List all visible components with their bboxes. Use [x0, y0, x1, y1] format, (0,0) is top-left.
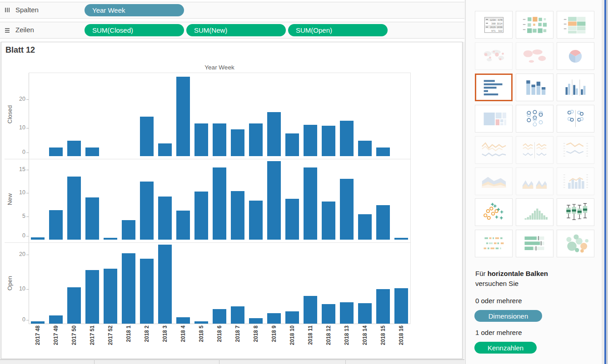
bar-open-2018-12[interactable]: [322, 304, 335, 324]
bar-open-2018-2[interactable]: [140, 259, 154, 324]
bar-new-2018-5[interactable]: [194, 192, 208, 240]
pill-year-week[interactable]: Year Week: [85, 4, 184, 16]
bar-open-2018-11[interactable]: [304, 296, 317, 324]
showme-heat-map[interactable]: [516, 11, 553, 39]
bar-new-2018-15[interactable]: [376, 205, 390, 240]
showme-box-and-whisker[interactable]: [557, 198, 594, 226]
x-axis-label: 2017 48: [35, 325, 41, 356]
row-header-closed[interactable]: Closed: [6, 87, 14, 142]
showme-pie-chart[interactable]: [557, 42, 594, 70]
bar-closed-2018-8[interactable]: [249, 123, 263, 156]
bar-open-2018-9[interactable]: [267, 313, 281, 324]
bar-open-2018-16[interactable]: [394, 288, 408, 324]
bar-closed-2018-7[interactable]: [231, 129, 244, 156]
bar-new-2018-8[interactable]: [249, 201, 263, 240]
bar-open-2018-4[interactable]: [176, 317, 190, 324]
showme-bullet-graph[interactable]: [516, 230, 553, 257]
bar-closed-2018-12[interactable]: [322, 126, 335, 156]
bar-open-2018-1[interactable]: [122, 253, 135, 324]
bar-new-2018-1[interactable]: [122, 220, 135, 240]
bar-new-2018-2[interactable]: [140, 182, 154, 240]
pill-sum-new[interactable]: SUM(New): [186, 24, 286, 36]
bar-new-2018-12[interactable]: [322, 202, 335, 240]
showme-area-continuous[interactable]: [475, 167, 513, 195]
bar-open-2018-7[interactable]: [231, 306, 244, 324]
bar-new-2017-49[interactable]: [49, 210, 63, 240]
bar-closed-2018-15[interactable]: [376, 148, 390, 156]
showme-packed-bubbles[interactable]: [557, 230, 594, 257]
bar-new-2018-13[interactable]: [340, 179, 354, 240]
showme-side-by-side-bars[interactable]: [557, 74, 594, 101]
bar-new-2018-9[interactable]: [267, 161, 281, 240]
bar-new-2017-48[interactable]: [31, 237, 45, 240]
bar-open-2017-50[interactable]: [67, 287, 81, 324]
bar-new-2018-10[interactable]: [285, 199, 299, 240]
showme-stacked-bars[interactable]: [516, 74, 553, 101]
showme-lines-discrete[interactable]: [516, 136, 553, 164]
showme-side-by-side-circles[interactable]: [557, 105, 594, 133]
showme-symbol-map[interactable]: [475, 42, 513, 70]
bar-closed-2018-13[interactable]: [340, 121, 354, 156]
bar-new-2018-3[interactable]: [158, 197, 172, 240]
bar-new-2017-52[interactable]: [104, 238, 117, 240]
bar-closed-2018-3[interactable]: [158, 143, 172, 156]
bar-open-2018-10[interactable]: [285, 311, 299, 324]
bar-closed-2018-5[interactable]: [194, 123, 208, 156]
showme-gantt[interactable]: [475, 230, 513, 257]
bar-open-2018-8[interactable]: [249, 318, 263, 324]
bar-open-2017-48[interactable]: [31, 321, 45, 324]
x-axis-label: 2018 8: [253, 325, 259, 356]
bar-closed-2018-6[interactable]: [213, 123, 226, 156]
showme-scatter-plot[interactable]: [475, 198, 513, 226]
showme-histogram[interactable]: [516, 198, 553, 226]
bar-new-2018-14[interactable]: [358, 214, 372, 240]
columns-shelf[interactable]: Spalten Year Week: [0, 2, 464, 19]
bar-new-2017-51[interactable]: [85, 197, 99, 240]
bar-new-2018-16[interactable]: [394, 238, 408, 240]
showme-lines-continuous[interactable]: [475, 136, 513, 164]
bar-open-2018-5[interactable]: [194, 321, 208, 324]
bar-new-2018-11[interactable]: [304, 167, 317, 240]
showme-filled-map[interactable]: [516, 42, 553, 70]
showme-text-table[interactable]: 1234678 3683014 26292658 971322: [475, 11, 513, 39]
bar-open-2018-13[interactable]: [340, 302, 354, 324]
showme-dual-lines[interactable]: [557, 136, 594, 164]
bar-new-2018-4[interactable]: [176, 211, 190, 240]
bar-closed-2018-10[interactable]: [285, 133, 299, 156]
rows-shelf[interactable]: Zeilen SUM(Closed)SUM(New)SUM(Open): [0, 22, 464, 39]
showme-area-discrete[interactable]: [516, 167, 553, 195]
bar-closed-2018-11[interactable]: [304, 125, 317, 156]
y-tick-mark: [26, 193, 29, 193]
pill-sum-closed[interactable]: SUM(Closed): [85, 24, 184, 36]
bar-closed-2018-4[interactable]: [176, 77, 190, 156]
bar-open-2018-14[interactable]: [358, 303, 372, 324]
pill-sum-open[interactable]: SUM(Open): [288, 24, 388, 36]
bar-open-2017-51[interactable]: [85, 270, 99, 324]
bar-open-2018-6[interactable]: [213, 309, 226, 324]
bar-new-2018-6[interactable]: [213, 167, 226, 240]
dimensions-badge: Dimensionen: [474, 310, 542, 322]
symbol-map-icon: [476, 43, 512, 69]
bar-closed-2017-49[interactable]: [49, 148, 63, 156]
showme-horizontal-bars-selected[interactable]: [475, 74, 513, 101]
showme-circle-views[interactable]: [516, 105, 553, 133]
bar-open-2017-49[interactable]: [49, 315, 63, 324]
y-tick-label: 0: [13, 316, 25, 323]
y-tick-label: 20: [13, 96, 25, 102]
showme-highlight-table[interactable]: [557, 11, 594, 39]
bar-closed-2017-51[interactable]: [85, 148, 99, 156]
bar-new-2018-7[interactable]: [231, 191, 244, 240]
bar-closed-2017-50[interactable]: [67, 141, 81, 156]
bar-new-2017-50[interactable]: [67, 177, 81, 240]
row-header-open[interactable]: Open: [6, 256, 14, 310]
bar-closed-2018-2[interactable]: [140, 117, 154, 156]
showme-treemap[interactable]: [475, 105, 513, 133]
bar-closed-2018-14[interactable]: [358, 141, 372, 156]
showme-dual-combination[interactable]: [557, 167, 594, 195]
bar-open-2018-3[interactable]: [158, 245, 172, 324]
bar-open-2018-15[interactable]: [376, 289, 390, 324]
bar-open-2017-52[interactable]: [104, 269, 117, 324]
y-tick-mark: [26, 255, 29, 255]
column-field-header[interactable]: Year Week: [174, 64, 265, 71]
bar-closed-2018-9[interactable]: [267, 112, 281, 156]
